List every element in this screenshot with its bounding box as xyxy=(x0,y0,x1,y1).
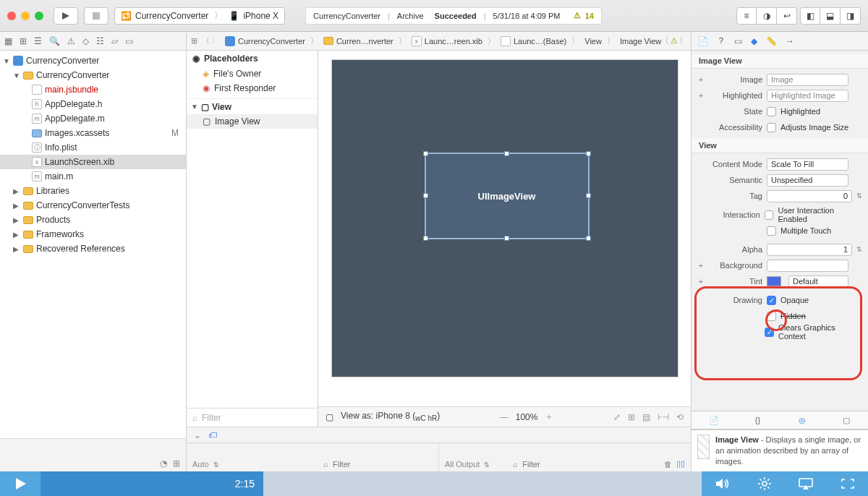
highlighted-field[interactable]: Highlighted Image xyxy=(767,90,848,102)
warning-count[interactable]: 14 xyxy=(585,12,594,20)
forward-button[interactable]: 〉 xyxy=(211,35,219,46)
crumb-file[interactable]: Launc…reen.xib xyxy=(425,37,482,46)
assistant-editor-icon[interactable]: ◑ xyxy=(757,7,777,25)
tree-item[interactable]: Products xyxy=(36,215,186,225)
background-color-well[interactable] xyxy=(767,260,848,272)
fullscreen-icon[interactable] xyxy=(841,479,854,489)
airplay-icon[interactable] xyxy=(799,478,813,489)
file-template-library-icon[interactable]: 📄 xyxy=(706,413,722,427)
tree-item[interactable]: Frameworks xyxy=(36,229,186,239)
split-icon[interactable]: ▯▯ xyxy=(676,459,685,469)
breakpoint-tag-icon[interactable]: 🏷 xyxy=(208,430,217,440)
variables-filter-input[interactable] xyxy=(333,460,433,469)
file-inspector-icon[interactable]: 📄 xyxy=(697,36,708,46)
related-items-icon[interactable]: ⊞ xyxy=(191,36,197,46)
alpha-field[interactable]: 1 xyxy=(767,244,852,256)
opaque-checkbox[interactable]: ✓ xyxy=(767,296,776,305)
multiple-touch-checkbox[interactable] xyxy=(767,226,776,236)
warning-icon[interactable]: ⚠ xyxy=(574,11,581,20)
tree-item[interactable]: main.jsbundle xyxy=(45,85,186,95)
zoom-out-button[interactable]: — xyxy=(500,412,509,422)
state-highlighted-checkbox[interactable] xyxy=(767,107,776,116)
report-navigator-icon[interactable]: ▭ xyxy=(125,36,133,46)
scm-filter-icon[interactable]: ⊞ xyxy=(173,458,180,469)
contentmode-select[interactable]: Scale To Fill xyxy=(767,158,848,171)
test-navigator-icon[interactable]: ◇ xyxy=(82,36,89,46)
project-root[interactable]: CurrencyConverter xyxy=(26,56,186,66)
variables-scope-selector[interactable]: Auto xyxy=(192,460,209,469)
tag-field[interactable]: 0 xyxy=(767,190,852,202)
source-control-icon[interactable]: ⊞ xyxy=(20,36,27,46)
resolve-tool-icon[interactable]: ⟲ xyxy=(676,412,684,422)
tree-item[interactable]: AppDelegate.h xyxy=(45,99,186,109)
embed-tool-icon[interactable]: ⊞ xyxy=(628,412,635,422)
zoom-in-button[interactable]: ＋ xyxy=(545,411,553,423)
video-play-button[interactable] xyxy=(0,471,41,496)
close-window-button[interactable] xyxy=(7,12,16,20)
volume-icon[interactable] xyxy=(715,478,730,489)
video-progress-track[interactable] xyxy=(263,471,702,496)
panel-visibility-segment[interactable]: ◧ ⬓ ◨ xyxy=(800,7,861,25)
clears-context-checkbox[interactable]: ✓ xyxy=(765,328,774,337)
console-scope-selector[interactable]: All Output xyxy=(445,460,480,469)
video-time[interactable]: 2:15 xyxy=(41,471,263,496)
zoom-window-button[interactable] xyxy=(35,12,43,20)
settings-icon[interactable] xyxy=(758,477,771,490)
scheme-selector[interactable]: 🔁 CurrencyConverter 〉 📱 iPhone X xyxy=(114,7,285,25)
tint-swatch[interactable] xyxy=(767,276,781,286)
align-tool-icon[interactable]: ▤ xyxy=(642,412,650,422)
symbol-navigator-icon[interactable]: ☰ xyxy=(34,36,42,46)
toggle-navigator-icon[interactable]: ◧ xyxy=(800,7,820,25)
toggle-inspector-icon[interactable]: ◨ xyxy=(841,7,861,25)
jump-back-icon[interactable]: 〈 xyxy=(661,35,669,46)
toggle-debug-icon[interactable]: ⬓ xyxy=(820,7,841,25)
editor-mode-segment[interactable]: ≡ ◑ ↩ xyxy=(736,7,797,25)
jump-bar[interactable]: ⊞ 〈 〉 CurrencyConverter〉 Curren…nverter〉… xyxy=(187,32,691,50)
hidden-checkbox[interactable] xyxy=(767,312,776,321)
crumb-base[interactable]: Launc…(Base) xyxy=(514,37,566,46)
tree-item[interactable]: main.m xyxy=(45,171,186,181)
tree-item[interactable]: Libraries xyxy=(36,186,186,196)
interface-builder-canvas[interactable]: UIImageView xyxy=(318,51,691,406)
tree-item[interactable]: CurrencyConverter xyxy=(36,70,186,80)
zoom-level[interactable]: 100% xyxy=(516,412,538,422)
object-library-item[interactable]: Image View - Displays a single image, or… xyxy=(692,429,868,471)
find-navigator-icon[interactable]: 🔍 xyxy=(49,36,60,46)
identity-inspector-icon[interactable]: ▭ xyxy=(734,36,742,46)
tree-item[interactable]: Info.plist xyxy=(45,142,186,153)
crumb-imageview[interactable]: Image View xyxy=(620,37,661,46)
outline-item-selected[interactable]: ▢Image View xyxy=(187,114,318,129)
object-library-icon[interactable]: ◎ xyxy=(794,413,810,427)
issue-navigator-icon[interactable]: ⚠ xyxy=(67,36,75,46)
tint-select[interactable]: Default xyxy=(788,275,848,288)
tree-item[interactable]: Recovered References xyxy=(36,244,186,254)
canvas-device[interactable]: UIImageView xyxy=(331,59,678,377)
project-navigator-icon[interactable]: ▦ xyxy=(4,36,12,46)
layout-tool-icon[interactable]: ⤢ xyxy=(613,412,621,422)
crumb-project[interactable]: CurrencyConverter xyxy=(238,37,305,46)
quickhelp-inspector-icon[interactable]: ？ xyxy=(717,35,726,47)
run-button[interactable] xyxy=(54,7,78,25)
code-snippet-library-icon[interactable]: {} xyxy=(750,413,766,427)
crumb-view[interactable]: View xyxy=(584,37,602,46)
tree-item[interactable]: CurrencyConverterTests xyxy=(36,200,186,210)
tree-item[interactable]: AppDelegate.m xyxy=(45,114,186,124)
version-editor-icon[interactable]: ↩ xyxy=(777,7,797,25)
toggle-outline-icon[interactable]: ▢ xyxy=(326,412,333,422)
selected-uiimageview[interactable]: UIImageView xyxy=(425,153,590,239)
tree-item-selected[interactable]: LaunchScreen.xib xyxy=(45,157,186,167)
outline-item[interactable]: ◉First Responder xyxy=(187,81,318,95)
media-library-icon[interactable]: ▢ xyxy=(838,413,854,427)
connections-inspector-icon[interactable]: → xyxy=(786,36,794,46)
breakpoint-navigator-icon[interactable]: ▱ xyxy=(111,36,118,46)
crumb-group[interactable]: Curren…nverter xyxy=(336,37,393,46)
attributes-inspector-icon[interactable]: ◆ xyxy=(751,36,757,46)
accessibility-checkbox[interactable] xyxy=(767,123,776,132)
outline-view-header[interactable]: ▼▢View xyxy=(187,98,318,114)
toggle-debug-icon[interactable]: ⌄ xyxy=(194,430,201,440)
trash-icon[interactable]: 🗑 xyxy=(664,460,672,469)
outline-item[interactable]: ◈File's Owner xyxy=(187,67,318,81)
outline-filter[interactable]: ⌕Filter xyxy=(187,408,318,427)
jump-warning-icon[interactable]: ⚠ xyxy=(671,36,678,46)
console-pane[interactable]: All Output⇅ ⌕ 🗑 ▯▯ xyxy=(439,443,691,471)
